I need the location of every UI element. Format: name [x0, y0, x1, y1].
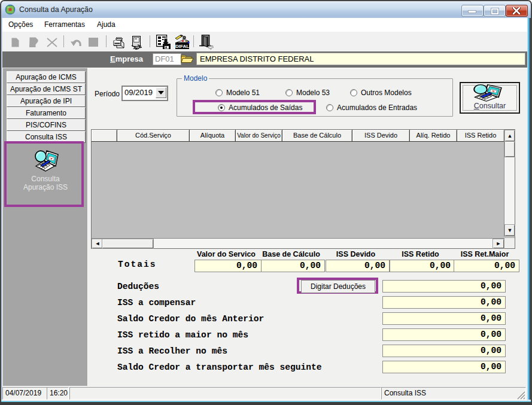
svg-text:DIFAL: DIFAL: [175, 44, 189, 49]
